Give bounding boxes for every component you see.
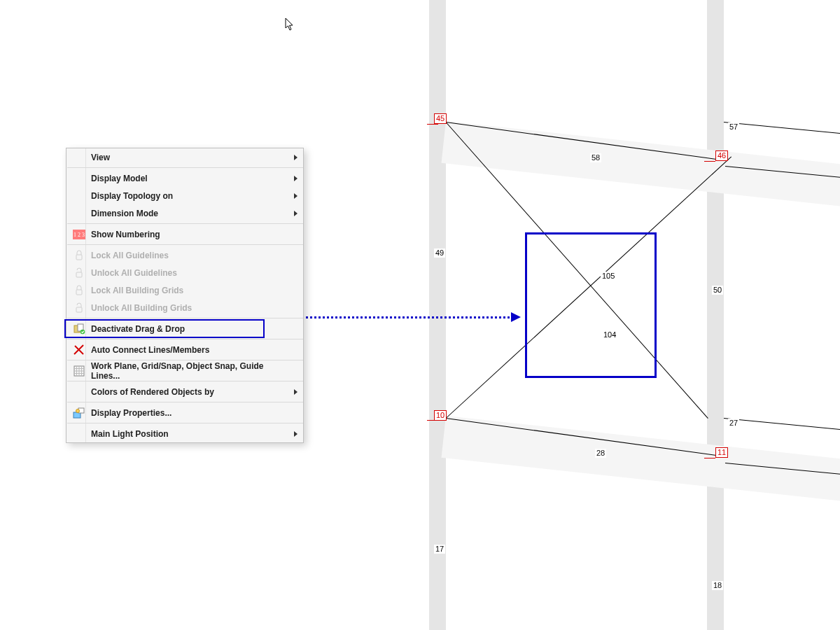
no-icon [72,385,86,399]
menu-separator [67,318,303,318]
menu-item-label: Unlock All Building Grids [91,303,289,313]
menu-item-unlock-all-guidelines: Unlock All Guidelines [67,264,303,281]
member-57[interactable] [724,122,840,143]
menu-item-label: Lock All Guidelines [91,251,289,260]
svg-rect-5 [76,307,82,312]
svg-point-8 [80,329,85,334]
menu-separator [67,244,303,245]
menu-item-label: Deactivate Drag & Drop [91,324,289,334]
node-tick-45 [427,124,438,125]
menu-item-deactivate-drag-drop[interactable]: Deactivate Drag & Drop [67,320,303,337]
lock-gl-icon [72,248,86,262]
menu-item-label: Auto Connect Lines/Members [91,345,289,355]
menu-separator [67,402,303,402]
chevron-right-icon [294,193,298,199]
lock-bg-icon [72,284,86,298]
member-label-28: 28 [595,449,606,458]
menu-item-dimension-mode[interactable]: Dimension Mode [67,204,303,222]
member-label-17: 17 [434,545,445,554]
node-label-46: 46 [715,150,728,161]
menu-item-auto-connect-lines-members[interactable]: Auto Connect Lines/Members [67,341,303,358]
node-tick-46 [704,161,715,162]
selection-highlight [525,232,657,378]
no-icon [72,172,86,186]
member-label-18: 18 [712,581,723,590]
node-label-45: 45 [434,113,447,124]
menu-item-lock-all-guidelines: Lock All Guidelines [67,246,303,264]
menu-separator [67,381,303,382]
menu-item-view[interactable]: View [67,148,303,166]
menu-item-label: Display Properties... [91,408,289,418]
node-label-11: 11 [715,447,728,458]
menu-item-label: Display Model [91,174,289,183]
menu-item-label: Show Numbering [91,230,289,239]
member-label-27: 27 [728,419,739,428]
menu-item-show-numbering[interactable]: 1 2 3Show Numbering [67,225,303,243]
menu-item-main-light-position[interactable]: Main Light Position [67,425,303,442]
display-props-icon [72,406,86,420]
menu-item-label: Main Light Position [91,429,289,439]
menu-separator [67,423,303,424]
menu-separator [67,167,303,168]
menu-item-lock-all-building-grids: Lock All Building Grids [67,281,303,299]
svg-point-20 [76,409,80,412]
menu-item-label: View [91,153,289,162]
node-label-10: 10 [434,410,447,421]
menu-item-display-topology-on[interactable]: Display Topology on [67,187,303,204]
member-label-58: 58 [590,153,601,162]
chevron-right-icon [294,431,298,437]
bottom-beam-fill [442,416,840,518]
unlock-bg-icon [72,301,86,315]
no-icon [72,189,86,203]
numbering-icon: 1 2 3 [72,227,86,241]
menu-item-label: Unlock All Guidelines [91,268,289,278]
menu-item-label: Colors of Rendered Objects by [91,387,289,397]
svg-rect-4 [76,290,82,295]
member-label-105: 105 [601,272,616,281]
menu-item-colors-of-rendered-objects-by[interactable]: Colors of Rendered Objects by [67,383,303,400]
menu-item-unlock-all-building-grids: Unlock All Building Grids [67,299,303,316]
chevron-right-icon [294,211,298,216]
no-icon [72,427,86,441]
member-label-57: 57 [728,122,739,132]
menu-item-display-properties[interactable]: Display Properties... [67,404,303,421]
unlock-gl-icon [72,266,86,280]
column-left [429,0,446,630]
menu-item-label: Display Topology on [91,191,289,201]
top-beam-fill [442,121,840,223]
chevron-right-icon [294,389,298,395]
member-label-50: 50 [712,286,723,295]
member-label-104: 104 [602,330,617,340]
chevron-right-icon [294,155,298,160]
menu-item-label: Work Plane, Grid/Snap, Object Snap, Guid… [91,361,289,381]
menu-separator [67,339,303,340]
annotation-arrow-head [511,312,521,322]
svg-rect-3 [76,272,82,277]
menu-item-label: Lock All Building Grids [91,286,289,295]
deactivate-drag-icon [72,322,86,336]
menu-item-display-model[interactable]: Display Model [67,169,303,187]
no-icon [72,150,86,164]
svg-text:1 2 3: 1 2 3 [74,232,85,238]
node-tick-11 [704,458,715,458]
member-label-49: 49 [434,248,445,258]
column-right [707,0,724,630]
menu-separator [67,223,303,224]
menu-item-work-plane-grid-snap-object-snap-guide-lines[interactable]: Work Plane, Grid/Snap, Object Snap, Guid… [67,362,303,379]
no-icon [72,206,86,220]
cursor-icon [285,18,295,31]
menu-item-label: Dimension Mode [91,209,289,218]
member-27[interactable] [724,418,840,439]
svg-rect-2 [76,255,82,260]
connect-icon [72,343,86,357]
grid-icon [72,364,86,378]
chevron-right-icon [294,176,298,181]
context-menu[interactable]: ViewDisplay ModelDisplay Topology onDime… [66,148,304,443]
